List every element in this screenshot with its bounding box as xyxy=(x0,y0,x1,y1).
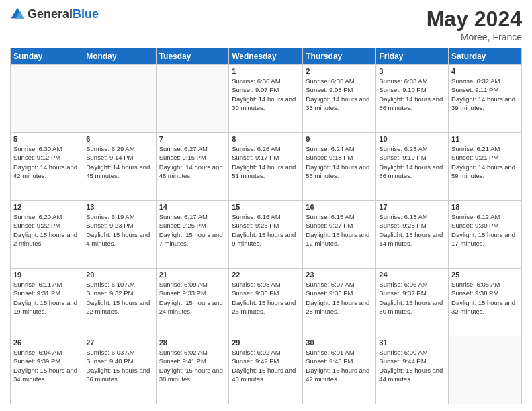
day-number: 3 xyxy=(379,67,445,75)
table-row: 3Sunrise: 6:33 AM Sunset: 9:10 PM Daylig… xyxy=(376,65,449,133)
calendar-header-row: Sunday Monday Tuesday Wednesday Thursday… xyxy=(11,48,522,65)
cell-info: Sunrise: 6:02 AM Sunset: 9:42 PM Dayligh… xyxy=(232,348,300,383)
table-row: 18Sunrise: 6:12 AM Sunset: 9:30 PM Dayli… xyxy=(449,201,522,269)
page: GeneralBlue May 2024 Moree, France Sunda… xyxy=(0,0,532,411)
header: GeneralBlue May 2024 Moree, France xyxy=(10,7,522,42)
table-row: 25Sunrise: 6:05 AM Sunset: 9:38 PM Dayli… xyxy=(449,269,522,336)
cell-info: Sunrise: 6:36 AM Sunset: 9:07 PM Dayligh… xyxy=(232,77,300,112)
cell-info: Sunrise: 6:19 AM Sunset: 9:23 PM Dayligh… xyxy=(86,212,152,248)
day-number: 27 xyxy=(86,338,152,347)
cell-info: Sunrise: 6:24 AM Sunset: 9:18 PM Dayligh… xyxy=(306,144,373,180)
table-row: 2Sunrise: 6:35 AM Sunset: 9:08 PM Daylig… xyxy=(303,65,376,133)
table-row: 16Sunrise: 6:15 AM Sunset: 9:27 PM Dayli… xyxy=(303,201,376,269)
table-row: 1Sunrise: 6:36 AM Sunset: 9:07 PM Daylig… xyxy=(229,65,303,133)
cell-info: Sunrise: 6:06 AM Sunset: 9:37 PM Dayligh… xyxy=(379,280,445,316)
table-row: 28Sunrise: 6:02 AM Sunset: 9:41 PM Dayli… xyxy=(156,336,229,404)
day-number: 2 xyxy=(306,67,373,75)
cell-info: Sunrise: 6:04 AM Sunset: 9:39 PM Dayligh… xyxy=(13,348,80,383)
day-number: 16 xyxy=(306,203,373,211)
table-row: 15Sunrise: 6:16 AM Sunset: 9:26 PM Dayli… xyxy=(229,201,303,269)
day-number: 17 xyxy=(379,203,445,211)
logo-text: GeneralBlue xyxy=(28,7,99,21)
logo-blue: Blue xyxy=(73,7,99,21)
day-number: 7 xyxy=(159,135,226,143)
day-number: 19 xyxy=(13,271,80,279)
table-row: 10Sunrise: 6:23 AM Sunset: 9:19 PM Dayli… xyxy=(376,133,449,201)
day-number: 13 xyxy=(86,203,152,211)
col-wednesday: Wednesday xyxy=(229,48,303,65)
table-row: 17Sunrise: 6:13 AM Sunset: 9:28 PM Dayli… xyxy=(376,201,449,269)
day-number: 22 xyxy=(232,271,300,279)
calendar-week-3: 12Sunrise: 6:20 AM Sunset: 9:22 PM Dayli… xyxy=(11,201,522,269)
table-row: 8Sunrise: 6:26 AM Sunset: 9:17 PM Daylig… xyxy=(229,133,303,201)
cell-info: Sunrise: 6:02 AM Sunset: 9:41 PM Dayligh… xyxy=(159,348,226,383)
cell-info: Sunrise: 6:13 AM Sunset: 9:28 PM Dayligh… xyxy=(379,212,445,248)
cell-info: Sunrise: 6:10 AM Sunset: 9:32 PM Dayligh… xyxy=(86,280,152,316)
day-number: 11 xyxy=(451,135,519,143)
col-monday: Monday xyxy=(83,48,156,65)
col-sunday: Sunday xyxy=(11,48,83,65)
cell-info: Sunrise: 6:05 AM Sunset: 9:38 PM Dayligh… xyxy=(451,280,519,316)
cell-info: Sunrise: 6:08 AM Sunset: 9:35 PM Dayligh… xyxy=(232,280,300,316)
day-number: 1 xyxy=(232,67,300,75)
table-row: 30Sunrise: 6:01 AM Sunset: 9:43 PM Dayli… xyxy=(303,336,376,404)
col-saturday: Saturday xyxy=(449,48,522,65)
cell-info: Sunrise: 6:35 AM Sunset: 9:08 PM Dayligh… xyxy=(306,77,373,112)
calendar-week-1: 1Sunrise: 6:36 AM Sunset: 9:07 PM Daylig… xyxy=(11,65,522,133)
cell-info: Sunrise: 6:11 AM Sunset: 9:31 PM Dayligh… xyxy=(13,280,80,316)
cell-info: Sunrise: 6:32 AM Sunset: 9:11 PM Dayligh… xyxy=(451,77,519,112)
day-number: 21 xyxy=(159,271,226,279)
table-row: 23Sunrise: 6:07 AM Sunset: 9:36 PM Dayli… xyxy=(303,269,376,336)
calendar-table: Sunday Monday Tuesday Wednesday Thursday… xyxy=(10,48,522,404)
table-row: 6Sunrise: 6:29 AM Sunset: 9:14 PM Daylig… xyxy=(83,133,156,201)
table-row: 20Sunrise: 6:10 AM Sunset: 9:32 PM Dayli… xyxy=(83,269,156,336)
day-number: 26 xyxy=(13,338,80,347)
table-row: 7Sunrise: 6:27 AM Sunset: 9:15 PM Daylig… xyxy=(156,133,229,201)
col-tuesday: Tuesday xyxy=(156,48,229,65)
cell-info: Sunrise: 6:00 AM Sunset: 9:44 PM Dayligh… xyxy=(379,348,445,383)
table-row xyxy=(83,65,156,133)
logo-general: General xyxy=(28,7,73,21)
day-number: 10 xyxy=(379,135,445,143)
day-number: 25 xyxy=(451,271,519,279)
cell-info: Sunrise: 6:20 AM Sunset: 9:22 PM Dayligh… xyxy=(13,212,80,248)
table-row: 22Sunrise: 6:08 AM Sunset: 9:35 PM Dayli… xyxy=(229,269,303,336)
day-number: 5 xyxy=(13,135,80,143)
table-row: 19Sunrise: 6:11 AM Sunset: 9:31 PM Dayli… xyxy=(11,269,83,336)
logo: GeneralBlue xyxy=(10,7,99,21)
day-number: 14 xyxy=(159,203,226,211)
table-row: 31Sunrise: 6:00 AM Sunset: 9:44 PM Dayli… xyxy=(376,336,449,404)
cell-info: Sunrise: 6:30 AM Sunset: 9:12 PM Dayligh… xyxy=(13,144,80,180)
table-row xyxy=(449,336,522,404)
day-number: 4 xyxy=(451,67,519,75)
table-row: 4Sunrise: 6:32 AM Sunset: 9:11 PM Daylig… xyxy=(449,65,522,133)
table-row: 13Sunrise: 6:19 AM Sunset: 9:23 PM Dayli… xyxy=(83,201,156,269)
day-number: 24 xyxy=(379,271,445,279)
col-thursday: Thursday xyxy=(303,48,376,65)
table-row: 5Sunrise: 6:30 AM Sunset: 9:12 PM Daylig… xyxy=(11,133,83,201)
cell-info: Sunrise: 6:07 AM Sunset: 9:36 PM Dayligh… xyxy=(306,280,373,316)
location: Moree, France xyxy=(427,32,522,42)
cell-info: Sunrise: 6:17 AM Sunset: 9:25 PM Dayligh… xyxy=(159,212,226,248)
cell-info: Sunrise: 6:27 AM Sunset: 9:15 PM Dayligh… xyxy=(159,144,226,180)
table-row xyxy=(11,65,83,133)
cell-info: Sunrise: 6:23 AM Sunset: 9:19 PM Dayligh… xyxy=(379,144,445,180)
day-number: 6 xyxy=(86,135,152,143)
day-number: 29 xyxy=(232,338,300,347)
cell-info: Sunrise: 6:21 AM Sunset: 9:21 PM Dayligh… xyxy=(451,144,519,180)
table-row: 27Sunrise: 6:03 AM Sunset: 9:40 PM Dayli… xyxy=(83,336,156,404)
cell-info: Sunrise: 6:29 AM Sunset: 9:14 PM Dayligh… xyxy=(86,144,152,180)
calendar-week-5: 26Sunrise: 6:04 AM Sunset: 9:39 PM Dayli… xyxy=(11,336,522,404)
calendar-week-4: 19Sunrise: 6:11 AM Sunset: 9:31 PM Dayli… xyxy=(11,269,522,336)
day-number: 28 xyxy=(159,338,226,347)
cell-info: Sunrise: 6:26 AM Sunset: 9:17 PM Dayligh… xyxy=(232,144,300,180)
table-row: 24Sunrise: 6:06 AM Sunset: 9:37 PM Dayli… xyxy=(376,269,449,336)
day-number: 12 xyxy=(13,203,80,211)
calendar-week-2: 5Sunrise: 6:30 AM Sunset: 9:12 PM Daylig… xyxy=(11,133,522,201)
table-row xyxy=(156,65,229,133)
month-year: May 2024 xyxy=(427,7,522,32)
table-row: 26Sunrise: 6:04 AM Sunset: 9:39 PM Dayli… xyxy=(11,336,83,404)
cell-info: Sunrise: 6:09 AM Sunset: 9:33 PM Dayligh… xyxy=(159,280,226,316)
cell-info: Sunrise: 6:01 AM Sunset: 9:43 PM Dayligh… xyxy=(306,348,373,383)
table-row: 29Sunrise: 6:02 AM Sunset: 9:42 PM Dayli… xyxy=(229,336,303,404)
